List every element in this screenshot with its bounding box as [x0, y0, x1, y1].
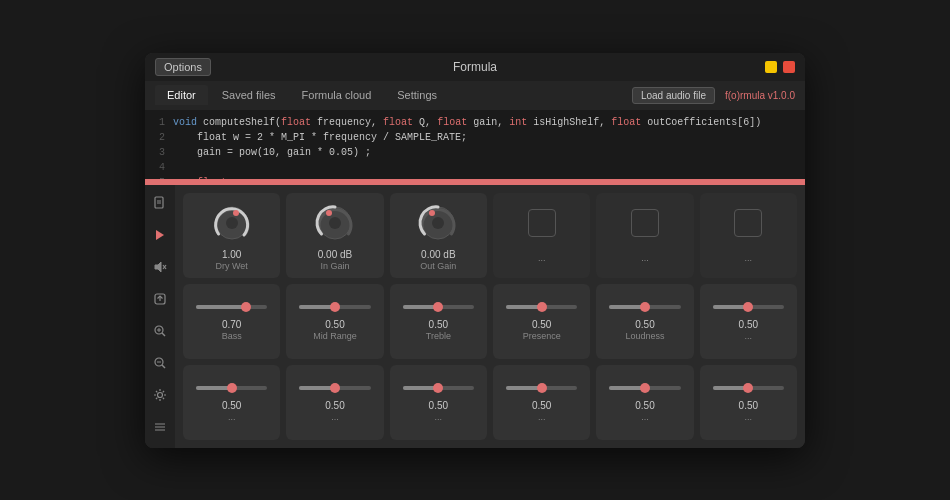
- options-button[interactable]: Options: [155, 58, 211, 76]
- empty-square-2: [631, 209, 659, 237]
- gear-icon[interactable]: [150, 385, 170, 405]
- slider-loudness-label: Loudness: [625, 331, 664, 341]
- load-audio-button[interactable]: Load audio file: [632, 87, 715, 104]
- slider-r2-2-thumb[interactable]: [330, 383, 340, 393]
- code-editor[interactable]: 1 void computeShelf(float frequency, flo…: [145, 111, 805, 179]
- slider-r2-2-track[interactable]: [299, 386, 371, 390]
- tab-settings[interactable]: Settings: [385, 85, 449, 105]
- knob-in-gain[interactable]: [313, 201, 357, 245]
- slider-cell-r2-3[interactable]: 0.50 ...: [390, 365, 487, 440]
- slider-r2-4-track[interactable]: [506, 386, 578, 390]
- slider-cell-loudness[interactable]: 0.50 Loudness: [596, 284, 693, 359]
- content-area: 1.00 Dry Wet 0.00 dB: [175, 185, 805, 448]
- slider-cell-r2-1[interactable]: 0.50 ...: [183, 365, 280, 440]
- slider-r2-6-track[interactable]: [713, 386, 785, 390]
- slider-cell-presence[interactable]: 0.50 Presence: [493, 284, 590, 359]
- slider-cell-r2-4[interactable]: 0.50 ...: [493, 365, 590, 440]
- slider-cell-r2-2[interactable]: 0.50 ...: [286, 365, 383, 440]
- slider-bass-thumb[interactable]: [241, 302, 251, 312]
- window-title: Formula: [453, 60, 497, 74]
- slider-cell-bass[interactable]: 0.70 Bass: [183, 284, 280, 359]
- slider-bass-label: Bass: [222, 331, 242, 341]
- slider-r2-4-value: 0.50: [532, 400, 551, 411]
- slider-presence-value: 0.50: [532, 319, 551, 330]
- slider-cell-r2-6[interactable]: 0.50 ...: [700, 365, 797, 440]
- slider-r2-4-thumb[interactable]: [537, 383, 547, 393]
- slider-presence-track[interactable]: [506, 305, 578, 309]
- minimize-button[interactable]: [765, 61, 777, 73]
- slider-r2-5-value: 0.50: [635, 400, 654, 411]
- slider-r1-extra-label: ...: [745, 331, 753, 341]
- slider-r2-3-label: ...: [435, 412, 443, 422]
- slider-cell-r2-5[interactable]: 0.50 ...: [596, 365, 693, 440]
- slider-r2-5-label: ...: [641, 412, 649, 422]
- slider-r2-3-value: 0.50: [429, 400, 448, 411]
- knob-cell-dry-wet[interactable]: 1.00 Dry Wet: [183, 193, 280, 278]
- knob-out-gain-value: 0.00 dB: [421, 249, 455, 260]
- zoom-out-icon[interactable]: [150, 353, 170, 373]
- slider-presence-thumb[interactable]: [537, 302, 547, 312]
- mute-icon[interactable]: [150, 257, 170, 277]
- tab-editor[interactable]: Editor: [155, 85, 208, 105]
- slider-bass-fill: [196, 305, 246, 309]
- empty-square-1: [528, 209, 556, 237]
- slider-r2-1-track[interactable]: [196, 386, 268, 390]
- slider-presence-label: Presence: [523, 331, 561, 341]
- eq-icon[interactable]: [150, 417, 170, 437]
- knob-cell-empty-1: ...: [493, 193, 590, 278]
- knob-dry-wet-label: Dry Wet: [215, 261, 247, 271]
- knob-cell-out-gain[interactable]: 0.00 dB Out Gain: [390, 193, 487, 278]
- slider-row-1: 0.70 Bass 0.50 Mid Range 0.5: [183, 284, 797, 359]
- slider-r1-extra-thumb[interactable]: [743, 302, 753, 312]
- zoom-in-icon[interactable]: [150, 321, 170, 341]
- slider-loudness-thumb[interactable]: [640, 302, 650, 312]
- slider-midrange-value: 0.50: [325, 319, 344, 330]
- slider-treble-thumb[interactable]: [433, 302, 443, 312]
- slider-r2-6-thumb[interactable]: [743, 383, 753, 393]
- empty-label-2: ...: [641, 253, 649, 263]
- close-button[interactable]: [783, 61, 795, 73]
- knob-cell-empty-3: ...: [700, 193, 797, 278]
- slider-r2-3-thumb[interactable]: [433, 383, 443, 393]
- slider-r2-6-value: 0.50: [739, 400, 758, 411]
- slider-treble-value: 0.50: [429, 319, 448, 330]
- svg-marker-4: [155, 262, 161, 272]
- slider-cell-midrange[interactable]: 0.50 Mid Range: [286, 284, 383, 359]
- knob-dry-wet[interactable]: [210, 201, 254, 245]
- progress-bar: [145, 179, 805, 185]
- slider-r2-5-thumb[interactable]: [640, 383, 650, 393]
- file-icon[interactable]: [150, 193, 170, 213]
- tab-saved-files[interactable]: Saved files: [210, 85, 288, 105]
- slider-loudness-track[interactable]: [609, 305, 681, 309]
- progress-fill: [145, 179, 805, 185]
- main-window: Options Formula Editor Saved files Formu…: [145, 53, 805, 448]
- slider-r2-4-label: ...: [538, 412, 546, 422]
- empty-label-1: ...: [538, 253, 546, 263]
- slider-cell-r1-extra[interactable]: 0.50 ...: [700, 284, 797, 359]
- knob-in-gain-value: 0.00 dB: [318, 249, 352, 260]
- knob-in-gain-label: In Gain: [320, 261, 349, 271]
- slider-treble-label: Treble: [426, 331, 451, 341]
- knob-out-gain-label: Out Gain: [420, 261, 456, 271]
- slider-r2-1-label: ...: [228, 412, 236, 422]
- export-icon[interactable]: [150, 289, 170, 309]
- knob-out-gain[interactable]: [416, 201, 460, 245]
- slider-r1-extra-value: 0.50: [739, 319, 758, 330]
- slider-r1-extra-track[interactable]: [713, 305, 785, 309]
- knob-dry-wet-value: 1.00: [222, 249, 241, 260]
- slider-r2-3-track[interactable]: [403, 386, 475, 390]
- play-icon[interactable]: [150, 225, 170, 245]
- slider-r2-1-thumb[interactable]: [227, 383, 237, 393]
- svg-line-10: [162, 333, 165, 336]
- svg-marker-3: [156, 230, 164, 240]
- slider-r2-5-track[interactable]: [609, 386, 681, 390]
- slider-bass-track[interactable]: [196, 305, 268, 309]
- knob-cell-in-gain[interactable]: 0.00 dB In Gain: [286, 193, 383, 278]
- slider-treble-track[interactable]: [403, 305, 475, 309]
- slider-r2-2-value: 0.50: [325, 400, 344, 411]
- slider-midrange-thumb[interactable]: [330, 302, 340, 312]
- svg-point-27: [432, 217, 444, 229]
- tab-formula-cloud[interactable]: Formula cloud: [290, 85, 384, 105]
- slider-cell-treble[interactable]: 0.50 Treble: [390, 284, 487, 359]
- slider-midrange-track[interactable]: [299, 305, 371, 309]
